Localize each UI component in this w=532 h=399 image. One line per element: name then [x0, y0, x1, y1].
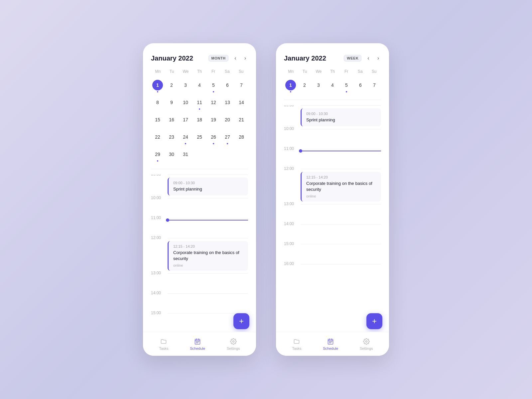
- svg-rect-15: [330, 341, 331, 342]
- right-day-headers: Mn Tu We Th Fr Sa Su: [276, 68, 389, 75]
- calendar-day-28[interactable]: 28: [235, 130, 248, 146]
- time-label-12: 12:00: [151, 235, 168, 240]
- time-content-11: [168, 218, 248, 238]
- calendar-day-5[interactable]: 5: [207, 78, 220, 94]
- right-bottom-nav: Tasks Schedule: [276, 332, 389, 356]
- calendar-day-16[interactable]: 16: [165, 112, 178, 129]
- r-time-slot-10: 10:00: [276, 129, 389, 149]
- event-training-location: online: [173, 263, 243, 267]
- svg-rect-17: [329, 342, 330, 343]
- event-corporate-training[interactable]: 12:15 - 14:20 Corporate training on the …: [168, 241, 248, 270]
- right-fab-button[interactable]: +: [366, 313, 382, 329]
- calendar-day-8[interactable]: 8: [151, 95, 164, 112]
- right-week-dates: 1 2 3 4 5 6 7: [276, 78, 389, 94]
- calendar-day-2[interactable]: 2: [165, 78, 178, 94]
- calendar-day-7[interactable]: 7: [235, 78, 248, 94]
- left-prev-button[interactable]: ‹: [232, 54, 238, 63]
- week-day-1[interactable]: 1: [284, 78, 297, 94]
- time-slot-09: 09:00 09:00 - 10:30 Sprint planning: [143, 175, 256, 198]
- week-day-5[interactable]: 5: [340, 78, 353, 94]
- svg-rect-4: [196, 341, 197, 342]
- r-time-slot-14: 14:00: [276, 224, 389, 244]
- calendar-day-15[interactable]: 15: [151, 112, 164, 129]
- calendar-day-30[interactable]: 30: [165, 147, 178, 164]
- svg-rect-7: [196, 342, 197, 343]
- week-day-3[interactable]: 3: [312, 78, 325, 94]
- day-header-th: Th: [193, 68, 206, 75]
- week-day-4[interactable]: 4: [326, 78, 339, 94]
- calendar-day-29[interactable]: 29: [151, 147, 164, 164]
- week-day-6[interactable]: 6: [354, 78, 367, 94]
- event-sprint-planning[interactable]: 09:00 - 10:30 Sprint planning: [168, 178, 248, 196]
- right-schedule-area[interactable]: 09:00 09:00 - 10:30 Sprint planning 10:0…: [276, 105, 389, 265]
- left-calendar-grid: 1 2 3 4 5 6 7 8 9 10 11 12 13 14 15 16 1…: [143, 78, 256, 164]
- left-nav-schedule[interactable]: Schedule: [190, 338, 205, 350]
- calendar-day-27[interactable]: 27: [221, 130, 234, 146]
- calendar-day-21[interactable]: 21: [235, 112, 248, 129]
- calendar-day-25[interactable]: 25: [193, 130, 206, 146]
- calendar-day-20[interactable]: 20: [221, 112, 234, 129]
- svg-rect-16: [332, 341, 332, 342]
- r-time-slot-09: 09:00 09:00 - 10:30 Sprint planning: [276, 105, 389, 129]
- week-day-7[interactable]: 7: [368, 78, 381, 94]
- time-content-10: [168, 198, 248, 218]
- calendar-day-23[interactable]: 23: [165, 130, 178, 146]
- day-header-we: We: [179, 68, 193, 75]
- left-phone-card: January 2022 MONTH ‹ › Mn Tu We Th Fr Sa…: [143, 43, 256, 356]
- left-fab-button[interactable]: +: [233, 313, 249, 329]
- right-view-badge[interactable]: WEEK: [344, 55, 361, 62]
- time-label-10: 10:00: [151, 196, 168, 200]
- left-next-button[interactable]: ›: [242, 54, 248, 63]
- right-nav-schedule[interactable]: Schedule: [323, 338, 338, 350]
- time-content-09: 09:00 - 10:30 Sprint planning: [168, 175, 248, 198]
- time-slot-13: 13:00: [143, 273, 256, 293]
- left-nav-settings-label: Settings: [227, 346, 240, 350]
- r-event-corporate-training[interactable]: 12:15 - 14:20 Corporate training on the …: [301, 172, 381, 201]
- calendar-day-10[interactable]: 10: [179, 95, 192, 112]
- calendar-icon: [194, 338, 201, 345]
- event-sprint-title: Sprint planning: [173, 186, 243, 192]
- calendar-day-18[interactable]: 18: [193, 112, 206, 129]
- calendar-day-4[interactable]: 4: [193, 78, 206, 94]
- left-nav-tasks[interactable]: Tasks: [159, 338, 168, 350]
- calendar-day-9[interactable]: 9: [165, 95, 178, 112]
- week-day-2[interactable]: 2: [298, 78, 311, 94]
- svg-point-19: [365, 340, 367, 342]
- calendar-day-31[interactable]: 31: [179, 147, 192, 164]
- calendar-day-24[interactable]: 24: [179, 130, 192, 146]
- right-prev-button[interactable]: ‹: [365, 54, 371, 63]
- calendar-day-1[interactable]: 1: [151, 78, 164, 94]
- folder-icon: [160, 338, 167, 345]
- r-time-slot-11: 11:00: [276, 149, 389, 169]
- calendar-day-17[interactable]: 17: [179, 112, 192, 129]
- gear-icon: [230, 338, 237, 345]
- time-label-09: 09:00: [151, 175, 168, 177]
- left-view-badge[interactable]: MONTH: [208, 55, 229, 62]
- calendar-day-3[interactable]: 3: [179, 78, 192, 94]
- day-header-mn: Mn: [151, 68, 165, 75]
- time-slot-11: 11:00: [143, 218, 256, 238]
- left-bottom-nav: Tasks Schedule: [143, 332, 256, 356]
- r-time-slot-16: 16:00 15:30 - 17:30 Meeting with William…: [276, 264, 389, 265]
- left-day-headers: Mn Tu We Th Fr Sa Su: [143, 68, 256, 75]
- current-time-indicator: [168, 218, 248, 222]
- r-event-sprint-planning[interactable]: 09:00 - 10:30 Sprint planning: [301, 108, 381, 126]
- calendar-day-6[interactable]: 6: [221, 78, 234, 94]
- right-divider: [284, 100, 381, 100]
- left-schedule-area[interactable]: 09:00 09:00 - 10:30 Sprint planning 10:0…: [143, 175, 256, 314]
- calendar-day-13[interactable]: 13: [221, 95, 234, 112]
- left-nav-settings[interactable]: Settings: [227, 338, 240, 350]
- calendar-day-26[interactable]: 26: [207, 130, 220, 146]
- left-divider: [151, 169, 248, 169]
- calendar-day-22[interactable]: 22: [151, 130, 164, 146]
- calendar-day-12[interactable]: 12: [207, 95, 220, 112]
- right-nav-settings[interactable]: Settings: [360, 338, 373, 350]
- calendar-day-11[interactable]: 11: [193, 95, 206, 112]
- calendar-day-19[interactable]: 19: [207, 112, 220, 129]
- time-slot-10: 10:00: [143, 198, 256, 218]
- time-slot-14: 14:00: [143, 293, 256, 313]
- calendar-day-14[interactable]: 14: [235, 95, 248, 112]
- right-next-button[interactable]: ›: [375, 54, 381, 63]
- right-calendar-title: January 2022: [284, 55, 340, 62]
- right-nav-tasks[interactable]: Tasks: [292, 338, 301, 350]
